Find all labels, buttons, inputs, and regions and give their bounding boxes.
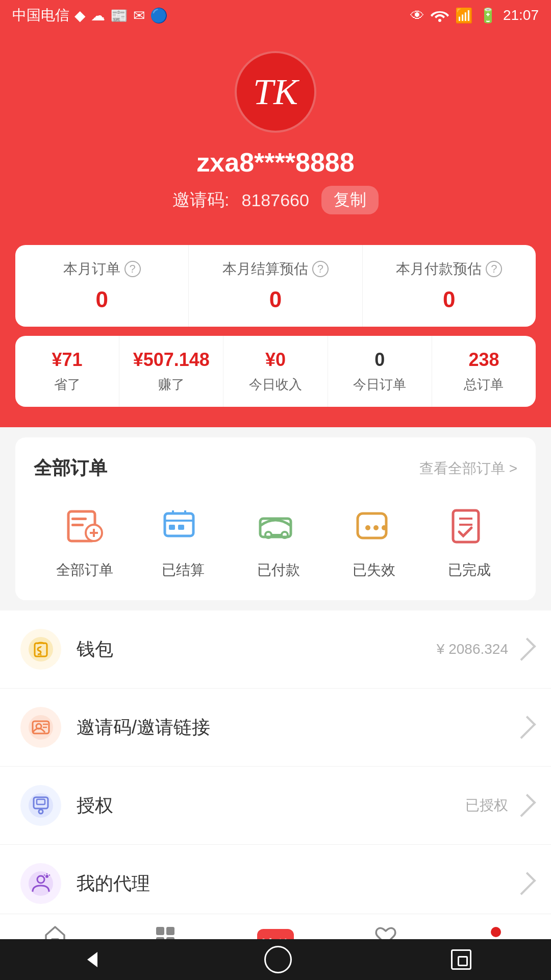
monthly-payment-value: 0: [368, 287, 531, 312]
svg-point-15: [282, 532, 288, 538]
weather-icon: ☁: [91, 7, 105, 24]
username: zxa8****8888: [0, 147, 551, 178]
auth-menu-item[interactable]: 授权 已授权: [0, 767, 551, 845]
invite-arrow: [513, 716, 536, 739]
all-orders-label: 全部订单: [56, 560, 113, 580]
paid-icon: [253, 501, 304, 552]
savings-item-total-orders: 238 总订单: [432, 336, 536, 407]
savings-item-saved: ¥71 省了: [15, 336, 119, 407]
back-button[interactable]: [80, 947, 105, 972]
invite-code-value: 8187660: [242, 190, 309, 210]
system-home-button[interactable]: [264, 946, 292, 973]
invalid-label: 已失效: [353, 560, 395, 580]
invite-right: [513, 717, 531, 738]
order-icon-completed[interactable]: 已完成: [444, 501, 495, 580]
help-icon-2[interactable]: ?: [312, 261, 329, 277]
agent-menu-item[interactable]: 我的代理: [0, 845, 551, 923]
svg-rect-11: [169, 525, 175, 530]
settled-icon: [158, 501, 209, 552]
invite-code-row: 邀请码: 8187660 复制: [0, 186, 551, 214]
wallet-icon-wrap: [20, 629, 61, 670]
monthly-stats-card: 本月订单 ? 0 本月结算预估 ? 0 本月付款预估 ? 0: [15, 245, 536, 327]
invite-menu-item[interactable]: 邀请码/邀请链接: [0, 689, 551, 767]
order-icon-invalid[interactable]: 已失效: [348, 501, 399, 580]
wallet-icon: [28, 636, 54, 663]
help-icon-1[interactable]: ?: [124, 261, 141, 277]
invite-icon-wrap: [20, 707, 61, 748]
svg-rect-17: [358, 513, 386, 538]
svg-point-24: [29, 637, 53, 662]
svg-rect-44: [166, 927, 174, 935]
invalid-icon: [348, 501, 399, 552]
svg-marker-48: [87, 952, 97, 967]
help-icon-3[interactable]: ?: [486, 261, 502, 277]
auth-text: 授权: [77, 793, 465, 818]
monthly-settlement-value: 0: [194, 287, 357, 312]
order-icon-all[interactable]: 全部订单: [56, 501, 113, 580]
orders-title: 全部订单: [34, 456, 107, 481]
savings-item-today-orders: 0 今日订单: [328, 336, 432, 407]
status-bar: 中国电信 ◆ ☁ 📰 ✉ 🔵 👁 📶 🔋 21:07: [0, 0, 551, 31]
auth-status: 已授权: [465, 796, 508, 815]
svg-point-39: [45, 875, 48, 878]
wallet-text: 钱包: [77, 637, 437, 662]
svg-rect-12: [178, 525, 184, 530]
svg-point-19: [373, 525, 379, 530]
wallet-balance: ¥ 2086.324: [437, 641, 508, 657]
completed-label: 已完成: [448, 560, 491, 580]
invite-icon: [28, 714, 54, 741]
monthly-orders-item: 本月订单 ? 0: [15, 245, 189, 327]
svg-rect-3: [71, 524, 84, 526]
app-icon-2: ✉: [133, 7, 145, 24]
orders-section: 全部订单 查看全部订单 > 全部订单: [15, 437, 536, 600]
orders-header: 全部订单 查看全部订单 >: [34, 456, 517, 481]
svg-point-0: [438, 19, 441, 22]
savings-item-today-income: ¥0 今日收入: [223, 336, 328, 407]
app-icon-1: 📰: [110, 7, 128, 24]
monthly-payment-item: 本月付款预估 ? 0: [363, 245, 536, 327]
profile-header: TK zxa8****8888 邀请码: 8187660 复制: [0, 31, 551, 245]
agent-arrow: [513, 872, 536, 895]
all-orders-icon: [59, 501, 110, 552]
avatar: TK: [235, 51, 316, 133]
monthly-orders-value: 0: [20, 287, 183, 312]
agent-icon: [28, 870, 54, 897]
svg-rect-21: [453, 510, 479, 542]
svg-point-18: [365, 525, 370, 530]
signal-icon: ◆: [74, 7, 86, 24]
view-all-orders-link[interactable]: 查看全部订单 >: [419, 459, 517, 478]
copy-button[interactable]: 复制: [321, 186, 379, 214]
invite-label: 邀请码:: [172, 188, 229, 212]
invite-text: 邀请码/邀请链接: [77, 715, 513, 740]
stats-area: 本月订单 ? 0 本月结算预估 ? 0 本月付款预估 ? 0: [0, 245, 551, 427]
app-icon-3: 🔵: [150, 7, 168, 24]
agent-text: 我的代理: [77, 871, 513, 896]
agent-right: [513, 873, 531, 894]
auth-arrow: [513, 794, 536, 817]
wallet-arrow: [513, 638, 536, 660]
status-bar-right: 👁 📶 🔋 21:07: [410, 7, 539, 24]
order-icon-settled[interactable]: 已结算: [158, 501, 209, 580]
svg-line-42: [44, 875, 45, 875]
status-bar-left: 中国电信 ◆ ☁ 📰 ✉ 🔵: [12, 6, 168, 25]
svg-point-47: [491, 927, 501, 937]
svg-point-20: [382, 525, 387, 530]
wallet-right: ¥ 2086.324: [437, 639, 531, 659]
system-nav-bar: [0, 939, 551, 980]
completed-icon: [444, 501, 495, 552]
time-text: 21:07: [503, 7, 539, 23]
auth-right: 已授权: [465, 795, 531, 816]
savings-item-earned: ¥507.148 赚了: [119, 336, 223, 407]
signal-bars-icon: 📶: [455, 7, 473, 24]
svg-line-41: [49, 875, 50, 875]
wallet-menu-item[interactable]: 钱包 ¥ 2086.324: [0, 610, 551, 689]
recents-button[interactable]: [451, 949, 471, 970]
monthly-settlement-item: 本月结算预估 ? 0: [189, 245, 362, 327]
svg-point-14: [265, 532, 271, 538]
battery-icon: 🔋: [479, 7, 497, 24]
agent-icon-wrap: [20, 863, 61, 904]
order-icon-paid[interactable]: 已付款: [253, 501, 304, 580]
auth-icon-wrap: [20, 785, 61, 826]
order-icons-row: 全部订单 已结算: [34, 501, 517, 580]
carrier-text: 中国电信: [12, 6, 69, 25]
